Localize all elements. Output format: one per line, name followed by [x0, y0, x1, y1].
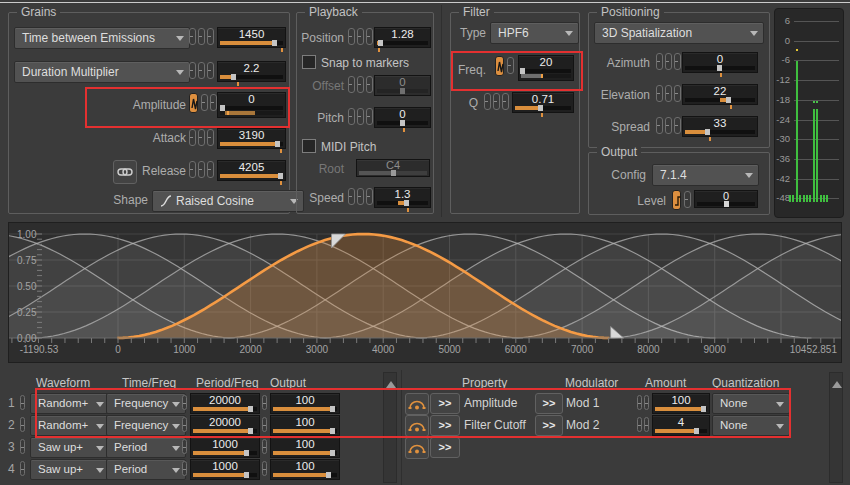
slider-track[interactable]: [377, 41, 428, 45]
slider-track[interactable]: [273, 407, 337, 411]
waveform-dropdown[interactable]: Random+: [30, 415, 110, 436]
mod-slot-icon[interactable]: [348, 28, 355, 45]
mod-slot-icon[interactable]: [357, 188, 364, 205]
mod-slot-icon[interactable]: [20, 439, 25, 454]
scroll-up-icon[interactable]: [832, 376, 842, 388]
mod-slot-icon[interactable]: [674, 117, 681, 134]
slider-handle[interactable]: [275, 141, 280, 147]
slider-handle[interactable]: [538, 105, 543, 111]
slider-track[interactable]: [220, 174, 283, 178]
slider-track[interactable]: [220, 75, 283, 79]
slider-track[interactable]: [515, 106, 571, 110]
scroll-up-icon[interactable]: [386, 376, 396, 388]
mod-slot-icon[interactable]: [348, 188, 355, 205]
slider-track[interactable]: [273, 429, 337, 433]
mod-slot-icon[interactable]: [348, 108, 355, 125]
mod-amount-slider[interactable]: 100: [652, 393, 710, 414]
time-between-emissions-slider[interactable]: 1450: [217, 27, 286, 48]
timefreq-dropdown[interactable]: Period: [106, 459, 186, 480]
mod-slot-icon[interactable]: [198, 161, 205, 178]
slider-handle[interactable]: [705, 129, 710, 135]
mod-slot-icon[interactable]: [198, 28, 205, 45]
timefreq-dropdown[interactable]: Frequency: [106, 415, 186, 436]
mod-slot-icon[interactable]: [20, 395, 25, 410]
slider-handle[interactable]: [717, 65, 722, 71]
mod-slot-icon[interactable]: [674, 53, 681, 70]
quantization-dropdown[interactable]: None: [712, 393, 790, 414]
slider-handle[interactable]: [248, 428, 253, 434]
output-slider[interactable]: 100: [270, 415, 340, 436]
slider-track[interactable]: [697, 202, 755, 206]
period-freq-slider[interactable]: 1000: [190, 459, 260, 480]
waveform-dropdown[interactable]: Saw up+: [30, 459, 110, 480]
mod-slot-icon[interactable]: [262, 417, 267, 432]
mod-slot-icon[interactable]: [507, 57, 514, 74]
mod-slot-icon[interactable]: [484, 93, 491, 110]
slider-handle[interactable]: [330, 450, 335, 456]
amplitude-slider[interactable]: 0: [217, 92, 286, 118]
quantization-dropdown[interactable]: None: [712, 415, 790, 436]
period-freq-slider[interactable]: 20000: [190, 393, 260, 414]
slider-handle[interactable]: [231, 74, 236, 80]
mod-slot-icon[interactable]: [665, 53, 672, 70]
mod-slot-icon[interactable]: [656, 85, 663, 102]
mod-slot-icon[interactable]: [644, 395, 649, 410]
slider-handle[interactable]: [278, 173, 283, 179]
mod-slot-icon[interactable]: [366, 28, 373, 45]
slider-handle[interactable]: [248, 406, 253, 412]
period-freq-slider[interactable]: 20000: [190, 415, 260, 436]
assign-modulator-button[interactable]: >>: [535, 415, 563, 436]
modulation-active-icon[interactable]: [672, 190, 681, 210]
mod-slot-icon[interactable]: [684, 191, 691, 208]
period-freq-slider[interactable]: 1000: [190, 437, 260, 458]
mod-slot-icon[interactable]: [182, 417, 187, 432]
mod-slot-icon[interactable]: [189, 62, 196, 79]
snap-to-markers-checkbox[interactable]: [302, 55, 316, 69]
release-slider[interactable]: 4205: [217, 160, 286, 181]
slider-track[interactable]: [220, 142, 283, 146]
slider-track[interactable]: [655, 407, 707, 411]
slider-track[interactable]: [685, 98, 755, 102]
slider-track[interactable]: [521, 69, 571, 73]
level-slider[interactable]: 0: [694, 190, 758, 208]
slider-handle[interactable]: [724, 201, 729, 207]
slider-track[interactable]: [193, 407, 257, 411]
config-dropdown[interactable]: 7.1.4: [652, 164, 759, 186]
envelope-shape-button[interactable]: [405, 393, 429, 415]
slider-handle[interactable]: [404, 200, 409, 206]
midi-pitch-checkbox[interactable]: [302, 139, 316, 153]
speed-slider[interactable]: 1.3: [374, 187, 431, 208]
mod-slot-icon[interactable]: [262, 395, 267, 410]
mod-slot-icon[interactable]: [674, 85, 681, 102]
slider-handle[interactable]: [330, 406, 335, 412]
mod-slot-icon[interactable]: [207, 129, 214, 146]
mod-slot-icon[interactable]: [493, 93, 500, 110]
assign-target-button[interactable]: >>: [430, 437, 460, 458]
timefreq-dropdown[interactable]: Frequency: [106, 393, 186, 414]
slider-handle[interactable]: [272, 40, 277, 46]
slider-track[interactable]: [193, 429, 257, 433]
grain-param2-dropdown[interactable]: Duration Multiplier: [14, 61, 190, 83]
mod-slot-icon[interactable]: [665, 85, 672, 102]
grain-envelope-display[interactable]: 0.000.250.500.751.00-1190.53010002000300…: [8, 222, 842, 363]
mod-slot-icon[interactable]: [357, 108, 364, 125]
waveform-dropdown[interactable]: Random+: [30, 393, 110, 414]
mod-slot-icon[interactable]: [189, 28, 196, 45]
slider-track[interactable]: [220, 41, 283, 45]
mod-slot-icon[interactable]: [189, 161, 196, 178]
pitch-slider[interactable]: 0: [374, 107, 431, 128]
slider-track[interactable]: [193, 451, 257, 455]
output-slider[interactable]: 100: [270, 459, 340, 480]
azimuth-slider[interactable]: 0: [682, 52, 758, 73]
mod-matrix-scrollbar[interactable]: [829, 372, 843, 483]
modulation-active-icon[interactable]: [495, 56, 504, 76]
slider-handle[interactable]: [244, 472, 249, 478]
mod-slot-icon[interactable]: [656, 53, 663, 70]
output-slider[interactable]: 100: [270, 393, 340, 414]
lfo-scrollbar[interactable]: [383, 372, 397, 483]
position-slider[interactable]: 1.28: [374, 27, 431, 48]
mod-slot-icon[interactable]: [366, 108, 373, 125]
mod-slot-icon[interactable]: [207, 62, 214, 79]
mod-slot-icon[interactable]: [656, 117, 663, 134]
mod-slot-icon[interactable]: [20, 417, 25, 432]
